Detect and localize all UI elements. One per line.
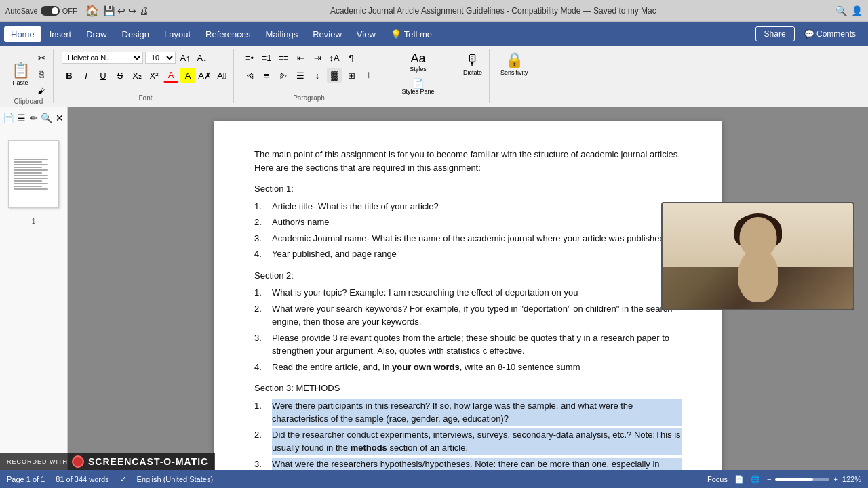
language[interactable]: English (United States)	[137, 475, 214, 483]
align-right-button[interactable]: ⫸	[276, 68, 291, 83]
bullets-button[interactable]: ≡•	[242, 50, 257, 65]
zoom-slider[interactable]	[775, 478, 829, 481]
print-layout-icon[interactable]: 📄	[734, 475, 744, 484]
font-size-select[interactable]: 10	[145, 52, 176, 64]
menu-mailings[interactable]: Mailings	[259, 26, 305, 42]
text-effects-button[interactable]: A⃝	[214, 68, 229, 83]
columns-button[interactable]: ⦀	[361, 68, 376, 83]
lightbulb-icon: 💡	[391, 29, 401, 39]
increase-indent-button[interactable]: ⇥	[310, 50, 325, 65]
autosave-control[interactable]: AutoSave OFF	[5, 6, 77, 16]
sidebar-close-icon[interactable]: ✕	[55, 110, 64, 126]
sensitivity-button[interactable]: 🔒 Sensitivity	[498, 50, 531, 77]
grow-font-button[interactable]: A↑	[178, 50, 193, 65]
paragraph-group: ≡• ≡1 ≡≡ ⇤ ⇥ ↕A ¶ ⫷ ≡ ⫸ ☰ ↕ ▓ ⊞ ⦀ Paragr…	[238, 49, 380, 103]
shading-button[interactable]: ▓	[327, 68, 342, 83]
highlight-button[interactable]: A	[180, 68, 195, 83]
microphone-icon: 🎙	[465, 52, 480, 69]
section3-item-3: 3. What were the researchers hypothesis/…	[254, 458, 682, 471]
zoom-in-button[interactable]: +	[833, 475, 837, 483]
zoom-controls[interactable]: − + 122%	[767, 475, 861, 483]
menu-view[interactable]: View	[350, 26, 382, 42]
underline-button[interactable]: U	[96, 68, 111, 83]
align-center-button[interactable]: ≡	[259, 68, 274, 83]
section3-list: 1. Were there participants in this resea…	[254, 399, 682, 471]
styles-pane-button[interactable]: 📄 Styles Pane	[399, 77, 437, 97]
sidebar-list-icon[interactable]: ☰	[17, 110, 26, 126]
zoom-out-button[interactable]: −	[767, 475, 771, 483]
styles-pane-icon: 📄	[412, 78, 424, 89]
numbering-button[interactable]: ≡1	[259, 50, 274, 65]
section3-item-3-text: What were the researchers hypothesis/hyp…	[272, 458, 682, 471]
sort-button[interactable]: ↕A	[327, 50, 342, 65]
line-spacing-button[interactable]: ↕	[310, 68, 325, 83]
font-name-select[interactable]: Helvetica N...	[62, 52, 143, 64]
proofing-icon[interactable]: ✓	[120, 475, 126, 484]
align-left-button[interactable]: ⫷	[242, 68, 257, 83]
comments-button[interactable]: 💬 Comments	[796, 27, 864, 41]
undo-icon[interactable]: ↩	[117, 5, 125, 16]
paste-button[interactable]: 📋 Paste	[8, 50, 33, 98]
bold-button[interactable]: B	[62, 68, 77, 83]
sidebar-search-icon[interactable]: 🔍	[41, 110, 52, 126]
menu-insert[interactable]: Insert	[43, 26, 79, 42]
justify-button[interactable]: ☰	[293, 68, 308, 83]
styles-button[interactable]: Aa Styles	[406, 50, 431, 74]
home-icon[interactable]: 🏠	[85, 4, 99, 17]
sidebar-edit-icon[interactable]: ✏	[29, 110, 39, 126]
multilevel-button[interactable]: ≡≡	[276, 50, 291, 65]
borders-button[interactable]: ⊞	[344, 68, 359, 83]
section3-item-2: 2. Did the researcher conduct experiment…	[254, 428, 682, 455]
copy-button[interactable]: ⎘	[34, 66, 49, 81]
zoom-level[interactable]: 122%	[842, 475, 861, 483]
document-area[interactable]: The main point of this assignment is for…	[68, 107, 868, 470]
menu-references[interactable]: References	[199, 26, 257, 42]
intro-paragraph: The main point of this assignment is for…	[254, 148, 682, 174]
search-icon[interactable]: 🔍	[835, 5, 847, 16]
italic-button[interactable]: I	[79, 68, 94, 83]
menu-layout[interactable]: Layout	[157, 26, 197, 42]
print-icon[interactable]: 🖨	[139, 5, 149, 16]
clipboard-group: 📋 Paste ✂ ⎘ 🖌 Clipboard	[4, 49, 54, 103]
recorded-with-text: RECORDED WITH	[7, 458, 68, 465]
format-painter-button[interactable]: 🖌	[34, 83, 49, 98]
autosave-toggle[interactable]	[41, 6, 60, 16]
ribbon: 📋 Paste ✂ ⎘ 🖌 Clipboard Helvetica N... 1…	[0, 46, 868, 108]
cut-button[interactable]: ✂	[34, 50, 49, 65]
section3-heading: Section 3: METHODS	[254, 382, 682, 395]
font-clear-button[interactable]: A✗	[197, 68, 212, 83]
strikethrough-button[interactable]: S	[113, 68, 127, 83]
account-icon[interactable]: 👤	[851, 5, 863, 16]
save-icon[interactable]: 💾	[103, 5, 115, 16]
shrink-font-button[interactable]: A↓	[195, 50, 210, 65]
page-thumbnail-1[interactable]	[8, 140, 59, 208]
menu-review[interactable]: Review	[306, 26, 349, 42]
video-overlay	[661, 202, 854, 310]
share-button[interactable]: Share	[755, 26, 795, 41]
document-title: Academic Journal Article Assignment Guid…	[151, 6, 835, 16]
decrease-indent-button[interactable]: ⇤	[293, 50, 308, 65]
sidebar-toolbar: 📄 ☰ ✏ 🔍 ✕	[0, 107, 67, 129]
menu-draw[interactable]: Draw	[79, 26, 113, 42]
title-bar: AutoSave OFF 🏠 💾 ↩ ↪ 🖨 Academic Journal …	[0, 0, 868, 22]
sidebar-page-icon[interactable]: 📄	[3, 110, 14, 126]
section2-heading: Section 2:	[254, 269, 682, 283]
font-color-button[interactable]: A	[163, 68, 178, 83]
section1-item-1: 1.Article title- What is the title of yo…	[254, 200, 682, 214]
focus-button[interactable]: Focus	[707, 475, 728, 483]
menu-tell-me[interactable]: 💡 Tell me	[384, 26, 439, 42]
document-content[interactable]: The main point of this assignment is for…	[214, 121, 722, 470]
superscript-button[interactable]: X²	[146, 68, 161, 83]
menu-home[interactable]: Home	[4, 26, 41, 42]
section3-item-2-text: Did the researcher conduct experiments, …	[272, 428, 682, 455]
dictate-button[interactable]: 🎙 Dictate	[460, 50, 485, 77]
menu-bar: Home Insert Draw Design Layout Reference…	[0, 22, 868, 46]
redo-icon[interactable]: ↪	[128, 5, 136, 16]
subscript-button[interactable]: X₂	[130, 68, 144, 83]
font-group: Helvetica N... 10 A↑ A↓ B I U S X₂ X² A …	[58, 49, 234, 103]
paste-icon: 📋	[12, 62, 30, 79]
autosave-label: AutoSave	[5, 7, 38, 15]
menu-design[interactable]: Design	[115, 26, 156, 42]
show-marks-button[interactable]: ¶	[344, 50, 359, 65]
web-layout-icon[interactable]: 🌐	[751, 475, 760, 484]
